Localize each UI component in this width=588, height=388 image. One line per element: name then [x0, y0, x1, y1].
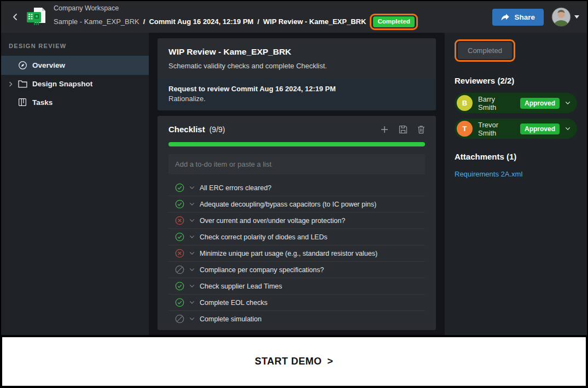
chevron-down-icon[interactable] — [189, 235, 195, 239]
chevron-left-icon — [11, 13, 19, 21]
checklist-item: Adequate decoupling/bypass capacitors (t… — [168, 196, 425, 213]
breadcrumb-review[interactable]: WIP Review - Kame_EXP_BRK — [263, 17, 366, 27]
checklist-item-text: Over current and over/under voltage prot… — [200, 217, 345, 225]
chevron-down-icon[interactable] — [565, 127, 570, 131]
checklist-item: All ERC errors cleared? — [168, 180, 425, 196]
checklist-item-text: Check supplier Lead Times — [200, 283, 282, 290]
demo-bar: START DEMO > — [0, 335, 588, 388]
review-summary-card: WIP Review - Kame_EXP_BRK Schematic vali… — [158, 38, 436, 110]
request-note: Rationalize. — [168, 95, 425, 103]
app-logo-icon — [25, 7, 47, 27]
start-demo-button[interactable]: START DEMO > — [255, 356, 334, 367]
chevron-down-icon[interactable] — [189, 219, 195, 222]
main-content: WIP Review - Kame_EXP_BRK Schematic vali… — [149, 33, 445, 335]
reviewer-name: Trevor Smith — [478, 121, 515, 137]
checklist-progress-bar — [168, 142, 425, 146]
chevron-down-icon[interactable] — [565, 101, 570, 105]
checklist-item-text: Compliance per company specifications? — [200, 266, 324, 274]
start-demo-label: START DEMO — [255, 356, 322, 367]
sidebar-item-design-snapshot[interactable]: Design Snapshot — [1, 75, 149, 93]
breadcrumb: Sample - Kame_EXP_BRK / Commit Aug 16 20… — [54, 14, 418, 31]
check-circle-icon[interactable] — [175, 298, 184, 307]
x-circle-icon[interactable] — [175, 249, 184, 258]
review-subtitle: Schematic validity checks and complete C… — [168, 62, 425, 70]
chevron-down-icon[interactable] — [189, 202, 195, 206]
reviewer-avatar: T — [457, 121, 473, 137]
sidebar-item-label: Design Snapshot — [32, 80, 92, 88]
review-title: WIP Review - Kame_EXP_BRK — [168, 47, 425, 57]
chevron-down-icon[interactable] — [189, 251, 195, 255]
share-arrow-icon — [501, 14, 509, 21]
reviewer-row-barry-smith: BBarry SmithApproved — [455, 93, 577, 113]
chevron-right-icon[interactable] — [9, 81, 18, 87]
sidebar-item-label: Tasks — [32, 98, 53, 107]
reviewers-heading: Reviewers (2/2) — [455, 76, 577, 85]
reviewer-row-trevor-smith: TTrevor SmithApproved — [455, 119, 577, 139]
plus-icon — [380, 125, 389, 134]
reviewers-list: BBarry SmithApprovedTTrevor SmithApprove… — [455, 93, 577, 139]
compass-icon — [18, 61, 32, 70]
chevron-down-icon[interactable] — [189, 284, 195, 288]
request-title: Request to review Commit Aug 16 2024, 12… — [168, 85, 425, 93]
check-circle-icon[interactable] — [175, 183, 184, 192]
status-badge: Completed — [373, 16, 414, 28]
checklist-item-text: All ERC errors cleared? — [200, 184, 271, 192]
save-icon — [399, 125, 407, 134]
attachments-heading: Attachments (1) — [455, 152, 577, 161]
share-button-label: Share — [514, 13, 535, 21]
completed-button-highlight-ring: Completed — [455, 39, 515, 62]
reviewer-avatar: B — [457, 95, 473, 111]
sidebar-item-tasks[interactable]: Tasks — [1, 93, 149, 111]
sidebar-nav: OverviewDesign SnapshotTasks — [1, 56, 149, 111]
checklist-item-text: Minimize unique part usage (e.g., standa… — [200, 250, 377, 257]
not-applicable-icon[interactable] — [175, 265, 184, 274]
checklist-item: Complete simulation — [168, 311, 425, 327]
checklist-title: Checklist — [168, 125, 205, 134]
workspace-name[interactable]: Company Workspace — [54, 4, 418, 13]
reviewer-status-badge: Approved — [520, 124, 560, 134]
checklist-item-text: Adequate decoupling/bypass capacitors (t… — [200, 201, 376, 208]
trash-icon — [417, 125, 425, 134]
breadcrumb-commit[interactable]: Commit Aug 16 2024, 12:19 PM — [149, 17, 253, 27]
checklist-item-text: Check correct polarity of diodes and LED… — [200, 233, 327, 241]
check-circle-icon[interactable] — [175, 199, 184, 209]
check-circle-icon[interactable] — [175, 281, 184, 291]
chevron-down-icon[interactable] — [189, 317, 195, 321]
checklist-card: Checklist (9/9) — [158, 116, 436, 330]
app-window: Company Workspace Sample - Kame_EXP_BRK … — [1, 1, 587, 335]
completed-status-button[interactable]: Completed — [458, 42, 512, 59]
add-todo-input[interactable] — [168, 154, 425, 174]
breadcrumb-project[interactable]: Sample - Kame_EXP_BRK — [54, 17, 139, 27]
sidebar-section-label: DESIGN REVIEW — [1, 37, 149, 56]
checklist-item: Over current and over/under voltage prot… — [168, 213, 425, 229]
attachment-link[interactable]: Requirements 2A.xml — [455, 170, 522, 178]
user-menu[interactable] — [551, 7, 579, 27]
checklist-item-text: Complete EOL checks — [200, 299, 267, 307]
back-button[interactable] — [9, 10, 22, 23]
sidebar-item-overview[interactable]: Overview — [1, 56, 149, 75]
checklist-item: Complete EOL checks — [168, 295, 425, 311]
user-avatar — [551, 7, 571, 27]
right-panel: Completed Reviewers (2/2) BBarry SmithAp… — [445, 33, 587, 335]
checklist-count: (9/9) — [209, 125, 225, 134]
chevron-right-icon: > — [327, 356, 333, 367]
chevron-down-icon[interactable] — [189, 186, 195, 190]
breadcrumb-separator: / — [143, 17, 145, 27]
sidebar: DESIGN REVIEW OverviewDesign SnapshotTas… — [1, 33, 149, 335]
top-bar: Company Workspace Sample - Kame_EXP_BRK … — [1, 1, 587, 33]
share-button[interactable]: Share — [492, 9, 544, 26]
delete-checklist-button[interactable] — [417, 125, 425, 134]
save-checklist-button[interactable] — [399, 125, 407, 134]
caret-down-icon — [574, 15, 579, 19]
kanban-icon — [18, 98, 32, 107]
check-circle-icon[interactable] — [175, 232, 184, 242]
checklist-items: All ERC errors cleared?Adequate decoupli… — [168, 180, 425, 327]
x-circle-icon[interactable] — [175, 216, 184, 225]
add-item-button[interactable] — [380, 125, 389, 134]
checklist-item: Check correct polarity of diodes and LED… — [168, 229, 425, 245]
chevron-down-icon[interactable] — [189, 268, 195, 272]
not-applicable-icon[interactable] — [175, 314, 184, 324]
chevron-down-icon[interactable] — [189, 301, 195, 304]
folder-icon — [18, 80, 32, 88]
breadcrumb-separator: / — [257, 17, 259, 27]
